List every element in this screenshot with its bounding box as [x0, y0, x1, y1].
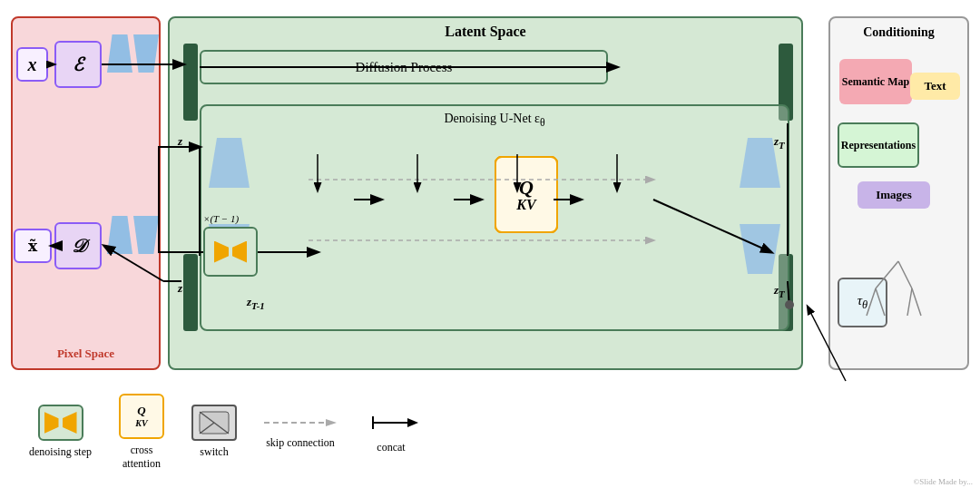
x-tilde-label: x̃	[28, 237, 37, 256]
encoder-label: ℰ	[73, 54, 83, 75]
img-shape-2	[133, 34, 159, 73]
diffusion-process-label: Diffusion Process	[356, 60, 453, 75]
cond-text: Text	[910, 73, 960, 100]
unet-trap-left-1	[209, 138, 250, 188]
svg-marker-37	[407, 418, 418, 427]
skip-connection-svg	[264, 414, 337, 432]
latent-space-label: Latent Space	[445, 24, 525, 40]
crossattn-q-label: Q	[137, 404, 145, 418]
svg-marker-35	[326, 419, 337, 426]
switch-icon	[191, 405, 237, 441]
bowtie-legend-icon	[44, 412, 77, 434]
crossattn-icon: Q KV	[119, 394, 164, 439]
x-input-box: x	[16, 47, 48, 82]
skip-legend-label: skip connection	[266, 436, 335, 450]
unet-label: Denoising U-Net εθ	[444, 112, 544, 129]
decoder-box: 𝒟	[54, 222, 102, 269]
denoising-step-legend-label: denoising step	[29, 445, 92, 459]
dark-bar-left-top	[183, 44, 198, 121]
legend-crossattn: Q KV crossattention	[119, 394, 164, 471]
copyright-text: ©Slide Made by...	[914, 477, 974, 486]
denoising-step-main	[203, 227, 258, 277]
z-t1-label: zT-1	[247, 295, 265, 311]
conditioning-label: Conditioning	[863, 25, 935, 40]
dark-bar-left-bottom	[183, 254, 198, 331]
q-label-4: Q	[519, 178, 534, 198]
repeat-label: ×(T − 1)	[203, 213, 239, 224]
svg-line-5	[912, 288, 921, 316]
switch-legend-label: switch	[200, 445, 228, 459]
unet-trap-right-2	[740, 224, 780, 274]
bowtie-icon	[214, 241, 247, 263]
main-container: Pixel Space Latent Space Conditioning Se…	[0, 0, 980, 488]
cond-images: Images	[858, 181, 930, 209]
unet-left-traps	[209, 138, 250, 188]
legend-switch: switch	[191, 405, 237, 459]
legend-denoising-step: denoising step	[29, 405, 92, 459]
img-shape-1	[107, 34, 132, 73]
encoder-box: ℰ	[54, 41, 102, 88]
legend-concat: concat	[364, 409, 418, 454]
pixel-space-label: Pixel Space	[57, 346, 114, 361]
decoder-label: 𝒟	[71, 236, 86, 257]
img-shape-3	[107, 216, 132, 254]
img-shape-4	[133, 216, 159, 254]
legend-area: denoising step Q KV crossattention switc…	[11, 386, 969, 477]
x-label: x	[28, 54, 37, 75]
svg-line-2	[867, 288, 876, 316]
concat-svg	[364, 409, 418, 436]
cond-representations: Representations	[838, 122, 919, 168]
encoder-left-trap	[107, 34, 159, 73]
unet-right-traps-2	[740, 224, 780, 274]
concat-legend-label: concat	[377, 441, 405, 454]
legend-skip: skip connection	[264, 414, 337, 450]
z-t-label-bottom: zT	[774, 283, 785, 299]
conditioning-box: Conditioning Semantic Map Text Represent…	[828, 16, 969, 370]
svg-line-1	[898, 261, 912, 288]
unet-box: Denoising U-Net εθ Q KV Q KV	[200, 104, 789, 331]
x-tilde-box: x̃	[14, 229, 52, 263]
denoising-step-icon	[38, 405, 83, 441]
z-label-1: z	[178, 134, 182, 149]
kv-label-4: KV	[516, 198, 535, 212]
conditioning-graph-svg	[830, 252, 971, 361]
diffusion-process-box: Diffusion Process	[200, 50, 608, 84]
z-t-label-top: zT	[774, 134, 785, 151]
decoder-right-trap	[107, 216, 159, 254]
z-label-2: z	[178, 281, 182, 296]
svg-line-4	[907, 288, 912, 316]
svg-line-3	[876, 288, 885, 316]
qkv-block-4: Q KV	[495, 156, 558, 233]
switch-svg	[198, 410, 230, 435]
crossattn-kv-label: KV	[135, 418, 147, 428]
crossattn-legend-label: crossattention	[122, 444, 161, 471]
cond-semantic-map: Semantic Map	[839, 59, 912, 104]
svg-line-0	[876, 261, 898, 288]
